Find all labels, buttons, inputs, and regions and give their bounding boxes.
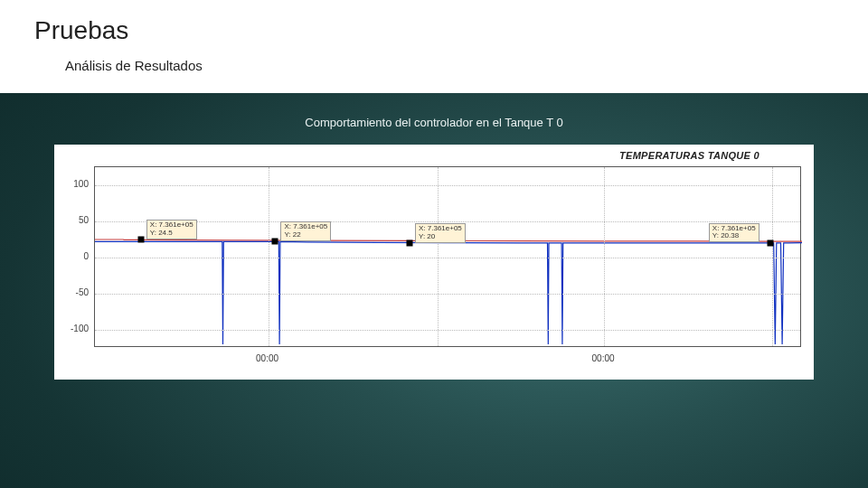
gridline-v bbox=[438, 167, 439, 346]
gridline-v bbox=[269, 167, 269, 346]
y-tick-label: 0 bbox=[60, 251, 89, 261]
page-subtitle: Análisis de Resultados bbox=[65, 58, 868, 73]
chart-title: TEMPERATURAS TANQUE 0 bbox=[619, 150, 760, 161]
chart-caption: Comportamiento del controlador en el Tan… bbox=[0, 116, 868, 129]
datatip-y: Y: 20.38 bbox=[712, 232, 756, 240]
datatip-marker bbox=[767, 239, 773, 246]
x-tick-label: 00:00 bbox=[256, 353, 278, 363]
gridline-h bbox=[95, 221, 800, 222]
datatip-marker bbox=[406, 240, 412, 247]
y-tick-label: -100 bbox=[60, 324, 89, 333]
plot-area: X: 7.361e+05Y: 24.5X: 7.361e+05Y: 22X: 7… bbox=[94, 166, 801, 347]
x-tick-label: 00:00 bbox=[592, 353, 615, 363]
gridline-v bbox=[604, 167, 605, 346]
y-tick-label: 50 bbox=[60, 215, 89, 225]
datatip-y: Y: 22 bbox=[284, 231, 327, 239]
gridline-h bbox=[95, 330, 800, 331]
page-title: Pruebas bbox=[34, 16, 868, 45]
gridline-h bbox=[95, 294, 800, 295]
datatip-y: Y: 24.5 bbox=[150, 230, 193, 238]
gridline-h bbox=[95, 258, 800, 258]
y-tick-label: 100 bbox=[60, 179, 89, 189]
datatip: X: 7.361e+05Y: 20.38 bbox=[709, 223, 760, 243]
datatip-marker bbox=[137, 237, 144, 243]
datatip: X: 7.361e+05Y: 22 bbox=[280, 221, 331, 241]
datatip: X: 7.361e+05Y: 20 bbox=[415, 223, 466, 243]
gridline-h bbox=[95, 185, 800, 186]
gridline-v bbox=[772, 167, 773, 346]
y-tick-label: -50 bbox=[60, 287, 89, 297]
datatip: X: 7.361e+05Y: 24.5 bbox=[146, 220, 197, 239]
datatip-y: Y: 20 bbox=[419, 233, 462, 241]
datatip-marker bbox=[272, 239, 278, 245]
chart-frame: TEMPERATURAS TANQUE 0 X: 7.361e+05Y: 24.… bbox=[54, 145, 814, 380]
title-block: Pruebas Análisis de Resultados bbox=[0, 0, 868, 93]
